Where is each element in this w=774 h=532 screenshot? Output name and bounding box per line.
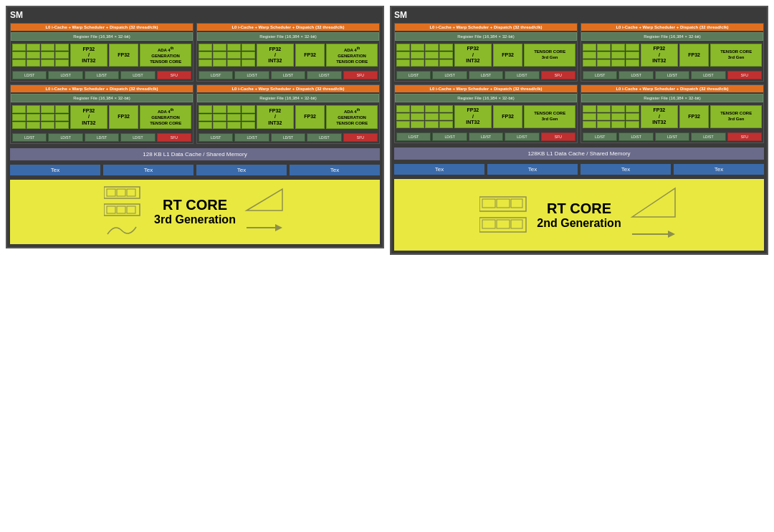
right-sm-top-row: L0 i-Cache + Warp Scheduler + Dispatch (… xyxy=(394,23,764,82)
left-reg-grid-1 xyxy=(12,44,69,67)
reg-cell xyxy=(626,113,639,120)
left-reg-file-3: Register File (16,384 × 32-bit) xyxy=(11,94,193,102)
reg-cell xyxy=(583,121,596,128)
tensor-text: TENSOR CORE3rd Gen xyxy=(534,111,565,122)
ldst-btn: LD/ST xyxy=(655,71,689,79)
right-warp-unit-4: L0 i-Cache + Warp Scheduler + Dispatch (… xyxy=(580,84,764,143)
right-fp32-int32-2: FP32/INT32 xyxy=(641,44,678,67)
rt-diagram-svg2 xyxy=(104,203,147,217)
reg-cell xyxy=(396,44,410,51)
ldst-btn: LD/ST xyxy=(432,71,467,79)
reg-cell xyxy=(12,105,26,112)
ldst-btn: LD/ST xyxy=(396,71,431,79)
reg-cell xyxy=(626,59,639,67)
left-reg-grid-3 xyxy=(12,105,69,128)
reg-cell xyxy=(27,105,40,112)
fp32-int32-text: FP32/INT32 xyxy=(268,108,282,126)
svg-rect-18 xyxy=(511,220,522,228)
svg-rect-1 xyxy=(107,189,115,196)
svg-rect-17 xyxy=(497,220,510,228)
svg-marker-8 xyxy=(247,189,282,211)
right-fp32-int32-3: FP32/INT32 xyxy=(454,105,492,128)
right-fp32-int32-4: FP32/INT32 xyxy=(641,105,678,128)
left-warp-header-3: L0 i-Cache + Warp Scheduler + Dispatch (… xyxy=(11,85,193,92)
fp32-text: FP32 xyxy=(502,52,514,58)
ldst-btn: LD/ST xyxy=(505,132,539,141)
reg-cell xyxy=(597,44,611,51)
right-reg-file-1: Register File (16,384 × 32-bit) xyxy=(395,32,577,41)
reg-cell xyxy=(396,105,410,112)
right-reg-file-2: Register File (16,384 × 32-bit) xyxy=(581,32,763,41)
rt-arrow-svg xyxy=(243,217,286,238)
svg-rect-2 xyxy=(117,189,125,196)
right-rt-title: RT CORE xyxy=(537,200,621,217)
left-compute-area-1: FP32/INT32 FP32 ADA 4thGENERATIONTENSOR … xyxy=(11,42,193,68)
ldst-btn: LD/ST xyxy=(505,71,539,79)
left-rt-subtitle: 3rd Generation xyxy=(154,213,236,226)
reg-cell xyxy=(12,122,26,129)
left-rt-core: RT CORE 3rd Generation xyxy=(10,180,380,244)
right-warp-header-1: L0 i-Cache + Warp Scheduler + Dispatch (… xyxy=(395,24,577,31)
reg-cell xyxy=(611,52,625,59)
reg-cell xyxy=(41,59,54,67)
reg-cell xyxy=(597,121,611,128)
right-tensor-3: TENSOR CORE3rd Gen xyxy=(524,105,575,128)
left-warp-unit-4: L0 i-Cache + Warp Scheduler + Dispatch (… xyxy=(196,84,380,143)
ldst-btn: LD/ST xyxy=(199,133,233,142)
reg-cell xyxy=(41,105,54,112)
reg-cell xyxy=(611,113,625,120)
left-tensor-1: ADA 4thGENERATIONTENSOR CORE xyxy=(140,44,191,67)
left-reg-file-2: Register File (16,384 × 32-bit) xyxy=(197,32,379,41)
ldst-btn: LD/ST xyxy=(432,132,467,141)
ldst-btn: LD/ST xyxy=(12,133,47,142)
left-rt-diagram-left xyxy=(104,185,147,238)
right-tensor-4: TENSOR CORE3rd Gen xyxy=(710,105,762,128)
reg-cell xyxy=(12,44,26,51)
reg-cell xyxy=(439,52,453,59)
ldst-btn: LD/ST xyxy=(85,71,119,79)
ldst-btn: LD/ST xyxy=(271,133,305,142)
ldst-btn: LD/ST xyxy=(120,71,155,79)
reg-cell xyxy=(425,113,439,120)
reg-cell xyxy=(27,122,40,129)
reg-cell xyxy=(583,52,596,59)
ldst-btn: LD/ST xyxy=(271,71,305,79)
reg-cell xyxy=(27,59,40,67)
reg-cell xyxy=(626,121,639,128)
right-fp32-4: FP32 xyxy=(679,105,709,128)
reg-cell xyxy=(583,59,596,67)
fp32-text: FP32 xyxy=(688,52,700,58)
left-ldst-row-4: LD/ST LD/ST LD/ST LD/ST SFU xyxy=(197,132,379,143)
rt-diagram-svg-r1 xyxy=(479,195,530,213)
left-compute-area-4: FP32/INT32 FP32 ADA 4thGENERATIONTENSOR … xyxy=(197,104,379,130)
reg-cell xyxy=(12,52,26,59)
reg-cell xyxy=(439,59,453,67)
ldst-btn: LD/ST xyxy=(618,132,653,141)
reg-cell xyxy=(396,113,410,120)
right-fp32-3: FP32 xyxy=(493,105,522,128)
left-tex-4: Tex xyxy=(290,165,380,175)
left-tensor-2: ADA 4thGENERATIONTENSOR CORE xyxy=(326,44,378,67)
left-ldst-row-1: LD/ST LD/ST LD/ST LD/ST SFU xyxy=(11,69,193,81)
reg-cell xyxy=(626,44,639,51)
sfu-btn: SFU xyxy=(541,132,575,141)
left-tensor-4: ADA 4thGENERATIONTENSOR CORE xyxy=(326,105,378,128)
reg-cell xyxy=(439,121,453,128)
right-sm-bottom-row: L0 i-Cache + Warp Scheduler + Dispatch (… xyxy=(394,84,764,143)
reg-cell xyxy=(55,44,69,51)
fp32-int32-text: FP32/INT32 xyxy=(466,46,479,64)
reg-cell xyxy=(227,105,241,112)
right-rt-subtitle: 2nd Generation xyxy=(537,217,621,230)
reg-cell xyxy=(242,52,255,59)
right-fp32-2: FP32 xyxy=(679,44,709,67)
reg-cell xyxy=(411,44,424,51)
ldst-btn: LD/ST xyxy=(12,71,47,79)
right-rt-text: RT CORE 2nd Generation xyxy=(537,200,621,230)
ldst-btn: LD/ST xyxy=(583,71,617,79)
svg-rect-14 xyxy=(511,199,522,208)
fp32-int32-text: FP32/INT32 xyxy=(466,107,479,125)
right-tex-1: Tex xyxy=(394,164,484,175)
rt-diagram-svg xyxy=(104,185,147,200)
reg-cell xyxy=(439,113,453,120)
reg-cell xyxy=(411,105,424,112)
